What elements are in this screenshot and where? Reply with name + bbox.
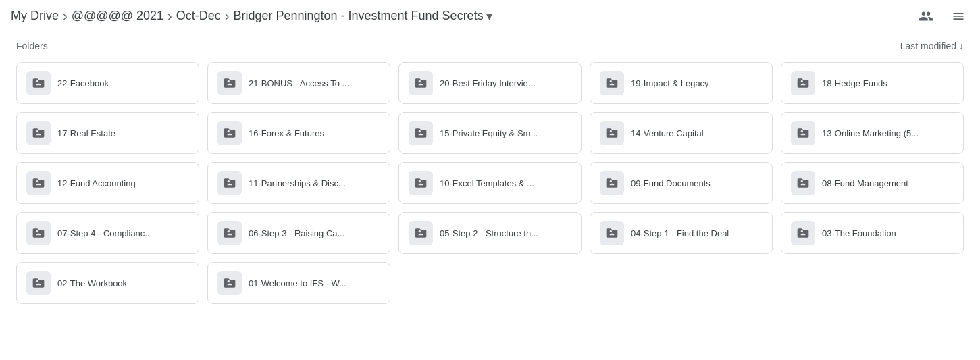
- breadcrumb-sep-3: ›: [225, 8, 230, 24]
- folder-name: 15-Private Equity & Sm...: [440, 128, 538, 138]
- folder-icon: [791, 71, 815, 95]
- share-button[interactable]: [915, 5, 937, 27]
- shared-folder-icon: [414, 76, 428, 90]
- folder-name: 13-Online Marketing (5...: [822, 128, 919, 138]
- folder-name: 04-Step 1 - Find the Deal: [631, 228, 729, 238]
- folder-card[interactable]: 08-Fund Management: [781, 162, 964, 204]
- shared-folder-icon: [796, 176, 810, 190]
- folder-name: 06-Step 3 - Raising Ca...: [249, 228, 344, 238]
- shared-folder-icon: [414, 176, 428, 190]
- folder-card[interactable]: 05-Step 2 - Structure th...: [398, 212, 582, 254]
- folders-label: Folders: [16, 41, 48, 51]
- folder-card[interactable]: 15-Private Equity & Sm...: [398, 112, 582, 154]
- header: My Drive › @@@@@ 2021 › Oct-Dec › Bridge…: [0, 0, 980, 32]
- breadcrumb-dropdown-icon[interactable]: ▾: [486, 9, 492, 24]
- shared-folder-icon: [223, 176, 236, 190]
- header-icons: [915, 5, 969, 27]
- folder-name: 12-Fund Accounting: [57, 178, 136, 188]
- folder-card[interactable]: 21-BONUS - Access To ...: [207, 62, 390, 104]
- people-icon: [919, 9, 933, 24]
- folder-icon: [791, 121, 815, 145]
- shared-folder-icon: [796, 76, 810, 90]
- folder-icon: [600, 71, 624, 95]
- folder-name: 16-Forex & Futures: [249, 128, 324, 138]
- shared-folder-icon: [796, 226, 810, 240]
- breadcrumb-year[interactable]: @@@@@ 2021: [72, 9, 163, 23]
- shared-folder-icon: [223, 226, 236, 240]
- breadcrumb-current-label: Bridger Pennington - Investment Fund Sec…: [233, 9, 483, 23]
- folder-grid: 22-Facebook 21-BONUS - Access To ... 20-…: [0, 57, 980, 315]
- folder-icon: [791, 171, 815, 195]
- folder-icon: [600, 121, 624, 145]
- folder-card[interactable]: 07-Step 4 - Complianc...: [16, 212, 199, 254]
- folder-card[interactable]: 20-Best Friday Intervie...: [398, 62, 582, 104]
- shared-folder-icon: [605, 126, 619, 140]
- folder-name: 17-Real Estate: [57, 128, 115, 138]
- folder-card[interactable]: 16-Forex & Futures: [207, 112, 390, 154]
- folder-name: 18-Hedge Funds: [822, 78, 887, 88]
- folder-name: 09-Fund Documents: [631, 178, 711, 188]
- folder-icon: [409, 221, 433, 245]
- shared-folder-icon: [32, 226, 45, 240]
- breadcrumb: My Drive › @@@@@ 2021 › Oct-Dec › Bridge…: [11, 8, 915, 24]
- shared-folder-icon: [605, 176, 619, 190]
- shared-folder-icon: [32, 276, 45, 290]
- shared-folder-icon: [32, 76, 45, 90]
- folder-icon: [217, 221, 242, 245]
- breadcrumb-current[interactable]: Bridger Pennington - Investment Fund Sec…: [233, 9, 492, 24]
- folder-card[interactable]: 14-Venture Capital: [590, 112, 773, 154]
- folder-name: 20-Best Friday Intervie...: [440, 78, 536, 88]
- breadcrumb-sep-2: ›: [167, 8, 172, 24]
- folder-name: 02-The Workbook: [57, 278, 127, 288]
- folder-card[interactable]: 18-Hedge Funds: [781, 62, 964, 104]
- folder-card[interactable]: 09-Fund Documents: [590, 162, 773, 204]
- folder-name: 19-Impact & Legacy: [631, 78, 709, 88]
- breadcrumb-my-drive[interactable]: My Drive: [11, 9, 59, 23]
- folder-icon: [26, 221, 51, 245]
- shared-folder-icon: [32, 126, 45, 140]
- shared-folder-icon: [414, 226, 428, 240]
- folder-card[interactable]: 02-The Workbook: [16, 262, 199, 304]
- folder-card[interactable]: 04-Step 1 - Find the Deal: [590, 212, 773, 254]
- folder-icon: [26, 171, 51, 195]
- folder-icon: [409, 171, 433, 195]
- folder-icon: [409, 121, 433, 145]
- list-view-icon: [952, 9, 965, 23]
- breadcrumb-sep-1: ›: [63, 8, 68, 24]
- folder-card[interactable]: 03-The Foundation: [781, 212, 964, 254]
- folder-name: 11-Partnerships & Disc...: [249, 178, 346, 188]
- sort-label: Last modified: [900, 41, 956, 51]
- shared-folder-icon: [32, 176, 45, 190]
- folder-icon: [791, 221, 815, 245]
- shared-folder-icon: [223, 126, 236, 140]
- folder-card[interactable]: 10-Excel Templates & ...: [398, 162, 582, 204]
- folder-icon: [217, 71, 242, 95]
- breadcrumb-oct-dec[interactable]: Oct-Dec: [176, 9, 221, 23]
- folder-name: 10-Excel Templates & ...: [440, 178, 534, 188]
- folder-icon: [600, 221, 624, 245]
- folder-icon: [26, 71, 51, 95]
- folder-name: 22-Facebook: [57, 78, 109, 88]
- folder-name: 08-Fund Management: [822, 178, 908, 188]
- folder-name: 21-BONUS - Access To ...: [249, 78, 349, 88]
- folder-icon: [409, 71, 433, 95]
- folder-card[interactable]: 17-Real Estate: [16, 112, 199, 154]
- folder-card[interactable]: 22-Facebook: [16, 62, 199, 104]
- shared-folder-icon: [605, 76, 619, 90]
- shared-folder-icon: [223, 76, 236, 90]
- folder-name: 01-Welcome to IFS - W...: [249, 278, 346, 288]
- folder-name: 05-Step 2 - Structure th...: [440, 228, 538, 238]
- folder-card[interactable]: 06-Step 3 - Raising Ca...: [207, 212, 390, 254]
- folder-icon: [600, 171, 624, 195]
- sort-arrow-icon: ↓: [959, 41, 964, 51]
- folder-card[interactable]: 12-Fund Accounting: [16, 162, 199, 204]
- folder-card[interactable]: 19-Impact & Legacy: [590, 62, 773, 104]
- folder-icon: [26, 271, 51, 295]
- view-toggle-button[interactable]: [948, 5, 969, 27]
- folder-icon: [26, 121, 51, 145]
- folder-card[interactable]: 01-Welcome to IFS - W...: [207, 262, 390, 304]
- folder-card[interactable]: 11-Partnerships & Disc...: [207, 162, 390, 204]
- shared-folder-icon: [605, 226, 619, 240]
- sort-button[interactable]: Last modified ↓: [900, 41, 964, 51]
- folder-card[interactable]: 13-Online Marketing (5...: [781, 112, 964, 154]
